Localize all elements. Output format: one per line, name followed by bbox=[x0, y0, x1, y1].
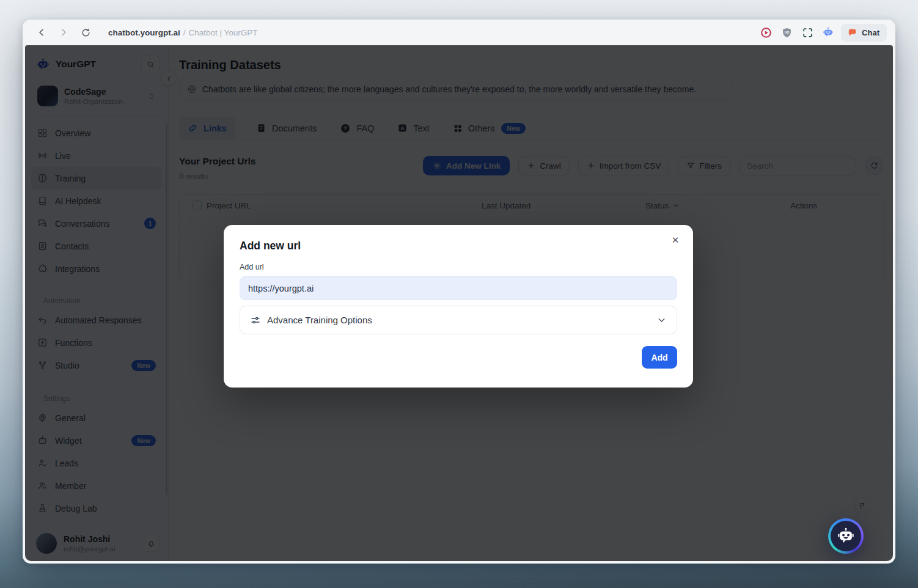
modal-title: Add new url bbox=[240, 240, 677, 252]
url-field-label: Add url bbox=[240, 263, 677, 271]
browser-chat-button[interactable]: Chat bbox=[841, 24, 887, 42]
chevron-down-icon bbox=[656, 315, 667, 325]
add-url-modal: Add new url ✕ Add url Advance Training O… bbox=[224, 225, 693, 388]
browser-toolbar: chatbot.yourgpt.ai / Chatbot | YourGPT U… bbox=[23, 20, 895, 45]
sliders-icon bbox=[250, 315, 261, 326]
modal-close-button[interactable]: ✕ bbox=[667, 232, 683, 248]
chat-bubble-icon bbox=[847, 28, 857, 38]
browser-forward-button[interactable] bbox=[54, 23, 73, 42]
yourgpt-extension-button[interactable] bbox=[820, 24, 836, 40]
reload-icon bbox=[81, 28, 91, 38]
browser-reload-button[interactable] bbox=[76, 23, 95, 42]
adblock-extension-button[interactable]: UO bbox=[779, 24, 795, 40]
url-host: chatbot.yourgpt.ai bbox=[108, 28, 180, 37]
chat-button-label: Chat bbox=[862, 28, 879, 37]
record-extension-button[interactable] bbox=[758, 24, 774, 40]
browser-window: chatbot.yourgpt.ai / Chatbot | YourGPT U… bbox=[23, 20, 895, 564]
screenshot-extension-button[interactable] bbox=[799, 24, 815, 40]
browser-extensions: UO Chat bbox=[758, 24, 887, 42]
robot-icon bbox=[822, 26, 834, 39]
url-page-title: Chatbot | YourGPT bbox=[189, 28, 258, 37]
svg-text:UO: UO bbox=[784, 30, 789, 34]
play-circle-icon bbox=[760, 26, 773, 39]
browser-back-button[interactable] bbox=[32, 23, 51, 42]
url-input[interactable] bbox=[240, 276, 677, 300]
address-bar[interactable]: chatbot.yourgpt.ai / Chatbot | YourGPT bbox=[108, 28, 258, 37]
chevron-left-icon bbox=[37, 28, 46, 37]
add-button[interactable]: Add bbox=[642, 346, 677, 369]
shield-icon: UO bbox=[781, 27, 793, 39]
chat-widget-launcher[interactable] bbox=[828, 518, 864, 554]
url-separator: / bbox=[183, 28, 186, 37]
chevron-right-icon bbox=[59, 28, 68, 37]
app-page: YourGPT CodeSage Rohit-Organization Over… bbox=[25, 45, 893, 561]
robot-face-icon bbox=[836, 526, 856, 546]
advanced-options-label: Advance Training Options bbox=[267, 315, 650, 325]
capture-frame-icon bbox=[802, 27, 813, 39]
advanced-options-toggle[interactable]: Advance Training Options bbox=[240, 306, 677, 334]
